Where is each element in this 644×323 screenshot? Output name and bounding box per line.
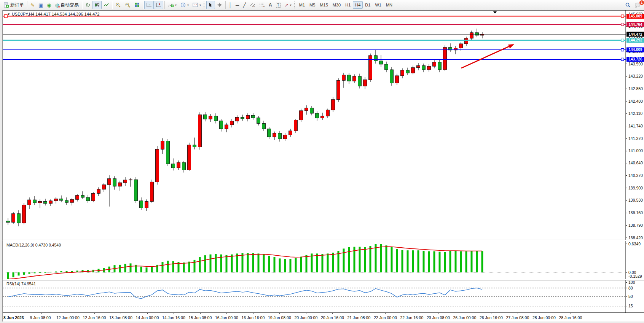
tile-windows-icon [134, 2, 140, 8]
candle-up [470, 33, 473, 38]
time-axis-label: 22 Jun 00:00 [374, 315, 397, 320]
timeframe-h1[interactable]: H1 [343, 1, 353, 9]
candle-up [12, 213, 15, 222]
price-tick-label: 141.370 [628, 136, 643, 141]
rsi-label: RSI(14) 74.9541 [6, 282, 36, 286]
price-tick-label: 141.000 [628, 148, 643, 153]
time-axis-tick [94, 313, 95, 314]
candle-down [65, 200, 69, 202]
candle-up [395, 76, 399, 83]
crosshair-button[interactable] [215, 1, 224, 9]
rsi-tick-label: 15 [628, 304, 633, 308]
arrow-tools-button[interactable]: ↗▾ [282, 1, 293, 9]
rsi-panel[interactable]: 100805015 [3, 280, 644, 313]
text-button[interactable]: A [267, 1, 274, 9]
time-axis-tick [147, 313, 148, 314]
toolbar-drag-handle[interactable] [294, 2, 295, 8]
timeframe-m1[interactable]: M1 [297, 1, 307, 9]
candle-down [60, 199, 63, 200]
trendline-button[interactable]: ╱ [241, 1, 248, 9]
timeframe-m5[interactable]: M5 [307, 1, 317, 9]
main-price-chart[interactable]: 145.070144.700144.330143.960143.590143.2… [3, 10, 644, 240]
candle-up [459, 44, 463, 48]
templates-button[interactable]: ▾ [191, 1, 203, 9]
chevron-down-icon: ▾ [199, 3, 201, 7]
candle-up [427, 66, 431, 70]
candle-up [225, 125, 228, 129]
timeframe-m30[interactable]: M30 [330, 1, 343, 9]
time-axis-label: 26 Jun 00:00 [453, 315, 477, 320]
price-tick-label: 138.420 [628, 235, 643, 240]
chart-shift-button[interactable] [154, 1, 163, 9]
candle-up [188, 145, 191, 170]
candle-down [113, 178, 116, 186]
candle-down [17, 213, 21, 223]
candle-down [348, 75, 351, 81]
indicators-button[interactable]: ▾ [166, 1, 179, 9]
chart-title-bar: ▼ USDJPY,H4 144.417 144.534 144.396 144.… [7, 12, 99, 16]
cursor-button[interactable] [206, 1, 215, 9]
autotrading-button[interactable]: ◍ 自动交易 [53, 1, 81, 9]
line-handle [4, 15, 7, 18]
timeframe-m15[interactable]: M15 [317, 1, 330, 9]
price-tick-label: 139.900 [628, 186, 643, 190]
zoom-out-button[interactable] [123, 1, 132, 9]
candle-up [156, 150, 159, 182]
candle-down [81, 196, 84, 197]
window-bottom-edge [0, 321, 644, 323]
zoom-in-icon [115, 2, 121, 8]
candle-up [145, 202, 148, 208]
candle-up [433, 62, 436, 67]
text-label-button[interactable]: T [274, 1, 282, 9]
tile-windows-button[interactable] [132, 1, 142, 9]
horizontal-line-button[interactable]: ─ [234, 1, 241, 9]
crosshair-icon [217, 2, 222, 8]
timeframe-w1[interactable]: W1 [373, 1, 384, 9]
candle-up [118, 183, 122, 186]
periods-button[interactable]: ▾ [179, 1, 191, 9]
zoom-in-button[interactable] [113, 1, 123, 9]
price-line-label: 144.764 [628, 22, 642, 27]
chart-context-marker-icon[interactable]: ▼ [7, 13, 10, 16]
fibonacci-button[interactable]: F [257, 1, 267, 9]
candle-up [294, 120, 298, 131]
chart-shift-icon [156, 2, 161, 8]
time-axis-label: 13 Jun 08:00 [109, 315, 132, 320]
candlestick-chart-button[interactable] [92, 1, 102, 9]
toolbar-drag-handle[interactable] [204, 2, 205, 8]
timeframe-d1[interactable]: D1 [363, 1, 373, 9]
bar-chart-button[interactable] [83, 1, 92, 9]
time-axis-label: 12 Jun 16:00 [83, 315, 106, 320]
candle-down [6, 221, 10, 223]
line-chart-button[interactable] [102, 1, 111, 9]
candle-up [230, 121, 234, 125]
chat-button[interactable]: 1 [633, 1, 642, 9]
candle-down [204, 115, 207, 119]
timeframe-h4[interactable]: H4 [353, 1, 363, 9]
price-tick-label: 142.480 [628, 99, 643, 103]
candle-up [321, 116, 324, 118]
search-button[interactable] [623, 1, 633, 9]
candle-up [332, 100, 335, 110]
candle-up [236, 118, 239, 121]
time-axis-tick [200, 313, 201, 314]
terminal-button[interactable]: ▣ [37, 1, 45, 9]
equidistant-channel-button[interactable]: E [248, 1, 257, 9]
time-axis[interactable]: 8 Jun 20239 Jun 08:0012 Jun 00:0012 Jun … [3, 313, 644, 321]
new-order-button[interactable]: 新订单 [2, 1, 26, 9]
separator [82, 1, 82, 9]
timeframe-mn[interactable]: MN [384, 1, 395, 9]
chevron-down-icon: ▾ [187, 3, 189, 7]
templates-icon [193, 2, 198, 8]
candle-down [310, 108, 314, 113]
macd-panel[interactable]: 0.63490.00-0.1529 [3, 241, 644, 279]
signals-button[interactable]: ◉ [45, 1, 53, 9]
candle-up [481, 34, 484, 35]
vertical-line-button[interactable]: │ [227, 1, 234, 9]
candle-down [257, 118, 260, 123]
separator [27, 1, 27, 9]
styler-button[interactable]: ✎ [29, 1, 37, 9]
price-line-label: 144.472 [628, 32, 642, 37]
candle-down [86, 197, 90, 201]
auto-scroll-button[interactable] [144, 1, 154, 9]
